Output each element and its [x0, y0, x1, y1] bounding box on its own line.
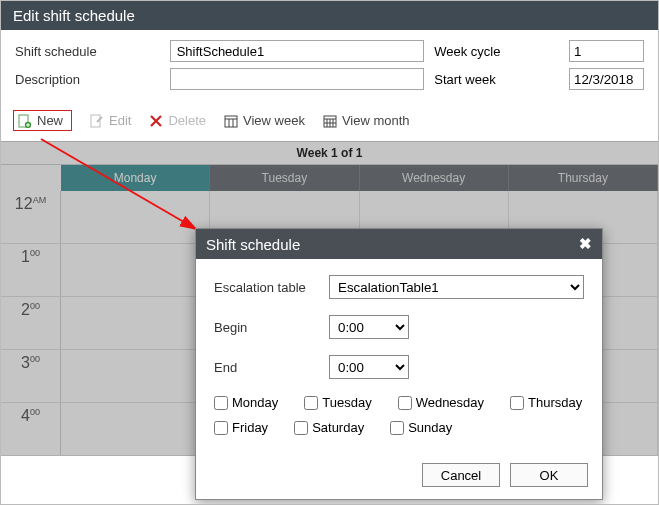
day-header-tuesday[interactable]: Tuesday [210, 165, 359, 191]
view-week-button[interactable]: View week [224, 113, 305, 128]
start-week-label: Start week [424, 72, 569, 87]
edit-button[interactable]: Edit [90, 113, 131, 128]
edit-icon [90, 114, 104, 128]
view-week-label: View week [243, 113, 305, 128]
week-cycle-input[interactable] [569, 40, 644, 62]
view-month-label: View month [342, 113, 410, 128]
window-title-bar: Edit shift schedule [1, 1, 658, 30]
calendar-cell[interactable] [61, 191, 210, 243]
day-checkbox-monday[interactable]: Monday [214, 395, 278, 410]
shift-schedule-dialog: Shift schedule ✖ Escalation table Escala… [195, 228, 603, 500]
checkbox-label: Monday [232, 395, 278, 410]
time-label: 400 [1, 403, 61, 455]
ok-button[interactable]: OK [510, 463, 588, 487]
checkbox-label: Wednesday [416, 395, 484, 410]
calendar-cell[interactable] [61, 350, 210, 402]
day-checkbox-sunday[interactable]: Sunday [390, 420, 452, 435]
new-button[interactable]: New [13, 110, 72, 131]
new-icon [18, 114, 32, 128]
cancel-button[interactable]: Cancel [422, 463, 500, 487]
day-checkbox-wednesday[interactable]: Wednesday [398, 395, 484, 410]
window-title: Edit shift schedule [13, 7, 135, 24]
time-label: 200 [1, 297, 61, 349]
checkbox-label: Saturday [312, 420, 364, 435]
svg-rect-3 [225, 116, 237, 127]
view-month-button[interactable]: View month [323, 113, 410, 128]
delete-button[interactable]: Delete [149, 113, 206, 128]
calendar-cell[interactable] [61, 244, 210, 296]
time-label: 100 [1, 244, 61, 296]
checkbox-friday[interactable] [214, 421, 228, 435]
checkbox-tuesday[interactable] [304, 396, 318, 410]
day-header-row: MondayTuesdayWednesdayThursday [1, 165, 658, 191]
day-checkbox-tuesday[interactable]: Tuesday [304, 395, 371, 410]
escalation-table-label: Escalation table [214, 280, 329, 295]
description-label: Description [15, 72, 170, 87]
calendar-month-icon [323, 114, 337, 128]
calendar-cell[interactable] [61, 297, 210, 349]
end-select[interactable]: 0:00 [329, 355, 409, 379]
shift-schedule-label: Shift schedule [15, 44, 170, 59]
checkbox-label: Tuesday [322, 395, 371, 410]
day-checkbox-thursday[interactable]: Thursday [510, 395, 582, 410]
checkbox-thursday[interactable] [510, 396, 524, 410]
checkbox-monday[interactable] [214, 396, 228, 410]
start-week-input[interactable] [569, 68, 644, 90]
calendar-week-icon [224, 114, 238, 128]
day-checkbox-saturday[interactable]: Saturday [294, 420, 364, 435]
checkbox-label: Friday [232, 420, 268, 435]
shift-schedule-input[interactable] [170, 40, 425, 62]
day-checkbox-friday[interactable]: Friday [214, 420, 268, 435]
calendar-cell[interactable] [61, 403, 210, 455]
edit-label: Edit [109, 113, 131, 128]
end-label: End [214, 360, 329, 375]
delete-icon [149, 114, 163, 128]
checkbox-label: Sunday [408, 420, 452, 435]
checkbox-wednesday[interactable] [398, 396, 412, 410]
day-header-wednesday[interactable]: Wednesday [360, 165, 509, 191]
checkbox-saturday[interactable] [294, 421, 308, 435]
checkbox-sunday[interactable] [390, 421, 404, 435]
form-area: Shift schedule Week cycle Description St… [1, 30, 658, 104]
time-label: 12AM [1, 191, 61, 243]
toolbar: New Edit Delete View week View month [1, 104, 658, 141]
close-icon[interactable]: ✖ [579, 235, 592, 253]
week-cycle-label: Week cycle [424, 44, 569, 59]
dialog-title: Shift schedule [206, 236, 300, 253]
new-label: New [37, 113, 63, 128]
escalation-table-select[interactable]: EscalationTable1 [329, 275, 584, 299]
description-input[interactable] [170, 68, 425, 90]
week-header: Week 1 of 1 [1, 141, 658, 165]
begin-label: Begin [214, 320, 329, 335]
time-label: 300 [1, 350, 61, 402]
day-header-thursday[interactable]: Thursday [509, 165, 658, 191]
checkbox-label: Thursday [528, 395, 582, 410]
dialog-title-bar: Shift schedule ✖ [196, 229, 602, 259]
delete-label: Delete [168, 113, 206, 128]
begin-select[interactable]: 0:00 [329, 315, 409, 339]
day-header-monday[interactable]: Monday [61, 165, 210, 191]
